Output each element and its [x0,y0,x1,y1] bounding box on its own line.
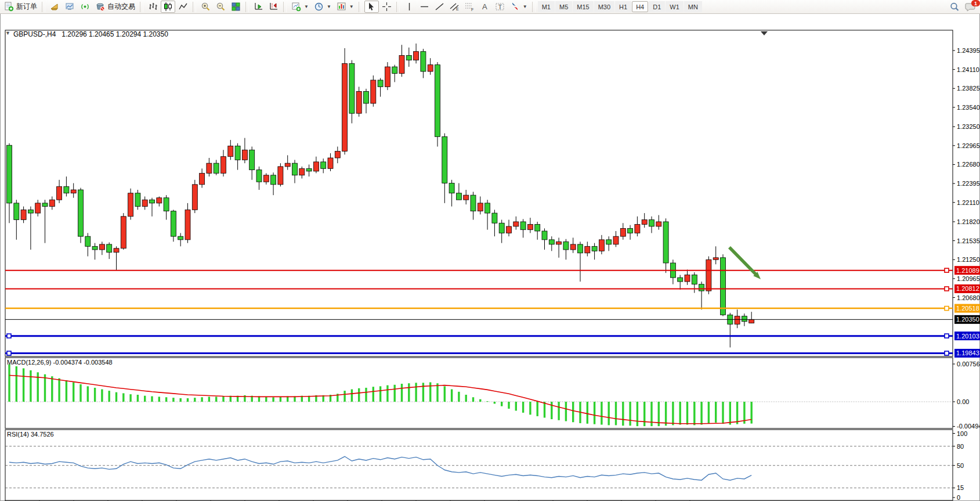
line-chart-icon [178,2,188,12]
bar-chart-icon [148,2,158,12]
profiles-button[interactable]: ▼ [312,1,334,13]
svg-text:1.21250: 1.21250 [957,256,980,263]
timeframe-d1-button[interactable]: D1 [649,1,665,12]
fibonacci-button[interactable]: F [462,1,477,13]
toolbar-separator [193,2,196,12]
templates-button[interactable]: ▼ [334,1,356,13]
timeframe-m5-button[interactable]: M5 [555,1,572,12]
timeframe-m15-button[interactable]: M15 [573,1,593,12]
cursor-button[interactable] [364,1,379,13]
vertical-line-button[interactable] [402,1,417,13]
timeframe-w1-button[interactable]: W1 [666,1,684,12]
price-axis: 1.243951.241101.238251.235401.232501.229… [953,47,980,301]
macd-indicator-label: MACD(12,26,9) -0.004374 -0.003548 [7,359,113,366]
new-order-button[interactable]: 新订单 [2,1,39,13]
new-order-label: 新订单 [16,2,37,12]
rsi-axis: 1008050150 [953,430,967,501]
toolbar-separator [283,2,287,12]
trendline-icon [435,2,444,12]
toolbar-separator [140,2,143,12]
templates-icon [337,2,346,12]
price-chart[interactable]: 1.243951.241101.238251.235401.232501.229… [1,14,980,501]
autotrading-button[interactable]: 自动交易 [93,1,138,13]
market-watch-icon [50,2,60,12]
svg-text:1.19843: 1.19843 [956,349,979,356]
svg-text:1.21089: 1.21089 [956,267,979,274]
search-icon [949,2,960,12]
svg-text:1.22110: 1.22110 [957,199,979,206]
svg-text:1.20812: 1.20812 [956,285,979,292]
svg-text:A: A [482,2,487,11]
candlestick-chart-button[interactable] [161,1,175,13]
svg-text:1.22395: 1.22395 [957,180,980,187]
timeframe-m30-button[interactable]: M30 [594,1,614,12]
navigator-button[interactable] [63,1,77,13]
svg-text:1.22965: 1.22965 [957,142,980,149]
timeframe-mn-button[interactable]: MN [684,1,702,12]
svg-text:1.23540: 1.23540 [957,104,980,111]
equidistant-channel-button[interactable]: E [447,1,462,13]
new-order-icon [4,2,14,12]
fibonacci-icon: F [465,2,475,12]
symbol-period-label: GBPUSD-,H4 [13,30,56,38]
toolbar-separator [396,2,400,12]
chart-window: 1.243951.241101.238251.235401.232501.229… [0,14,980,501]
arrows-button[interactable]: ▼ [508,1,530,13]
zoom-in-icon [201,2,211,12]
auto-scroll-button[interactable] [251,1,266,13]
svg-text:E: E [456,7,459,11]
new-chart-button[interactable]: ▼ [289,1,311,13]
search-button[interactable] [947,1,962,13]
chart-shift-button[interactable] [266,1,281,13]
svg-text:1.20965: 1.20965 [957,275,980,282]
text-button[interactable]: A [478,1,492,13]
panel-frames [5,30,953,500]
notifications-button[interactable]: 1 [963,1,978,13]
svg-text:-0.004943: -0.004943 [957,423,980,430]
svg-text:1.21820: 1.21820 [957,218,980,225]
svg-text:100: 100 [957,430,967,437]
new-chart-icon [291,2,301,12]
text-a-icon: A [480,2,490,12]
cursor-icon [367,2,377,12]
svg-text:1.20350: 1.20350 [956,316,979,323]
svg-text:15: 15 [957,484,964,491]
equidistant-channel-icon: E [450,2,460,12]
svg-text:1.24110: 1.24110 [957,66,979,73]
svg-text:1.22680: 1.22680 [957,161,980,168]
navigator-icon [65,2,75,12]
svg-text:1.23250: 1.23250 [957,123,980,130]
trendline-button[interactable] [432,1,447,13]
svg-text:1.20103: 1.20103 [956,333,979,340]
svg-text:50: 50 [957,462,964,469]
timeframe-m1-button[interactable]: M1 [538,1,555,12]
text-label-button[interactable]: T [493,1,507,13]
macd-axis: 0.0075660.00-0.004943 [953,361,980,430]
auto-scroll-icon [254,2,263,12]
timeframe-h4-button[interactable]: H4 [632,1,648,12]
tile-windows-button[interactable] [229,1,243,13]
toolbar-separator [532,2,536,12]
line-chart-button[interactable] [176,1,190,13]
timeframe-h1-button[interactable]: H1 [615,1,631,12]
svg-text:T: T [498,3,502,10]
bar-chart-button[interactable] [146,1,160,13]
svg-text:0.007566: 0.007566 [957,361,980,367]
tile-windows-icon [231,2,241,12]
market-watch-button[interactable] [48,1,62,13]
svg-text:F: F [471,8,473,12]
svg-text:1.20518: 1.20518 [956,305,979,312]
signals-icon [80,2,90,12]
one-click-trading-toggle[interactable]: ▼ [5,30,10,36]
horizontal-line-icon [420,2,429,12]
profiles-clock-icon [314,2,324,12]
crosshair-button[interactable] [379,1,394,13]
zoom-in-button[interactable] [198,1,213,13]
dropdown-caret-icon: ▼ [304,4,309,9]
horizontal-line-button[interactable] [417,1,432,13]
zoom-out-button[interactable] [214,1,228,13]
signals-button[interactable] [78,1,92,13]
toolbar-separator [359,2,362,12]
arrows-icon [510,2,520,12]
dropdown-caret-icon: ▼ [523,4,527,9]
